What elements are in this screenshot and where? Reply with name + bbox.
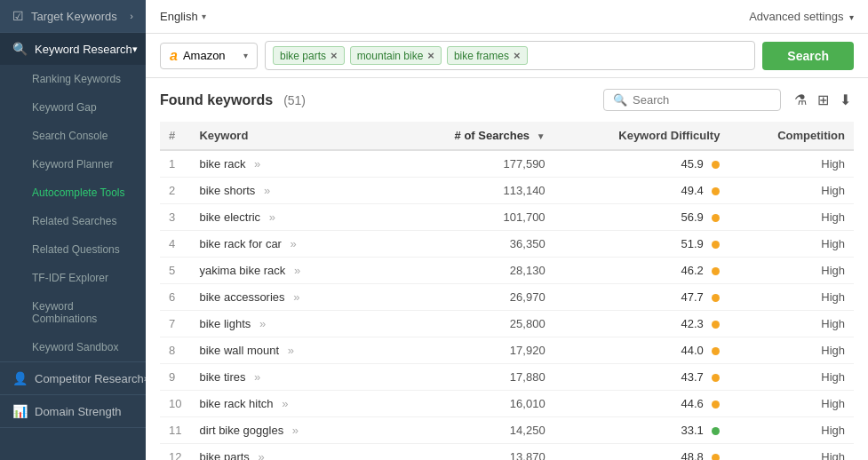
remove-keyword-bike-parts[interactable]: × bbox=[330, 49, 338, 62]
engine-selector[interactable]: a Amazon ▾ bbox=[160, 43, 258, 69]
cell-difficulty: 46.2 bbox=[554, 258, 729, 284]
cell-difficulty: 48.8 bbox=[554, 444, 729, 461]
search-bar-row: a Amazon ▾ bike parts × mountain bike × … bbox=[146, 34, 868, 78]
cell-competition: High bbox=[729, 364, 854, 391]
table-row: 1 bike rack » 177,590 45.9 High bbox=[160, 150, 854, 178]
filter-icon[interactable]: ⚗ bbox=[792, 89, 809, 111]
cell-competition: High bbox=[729, 311, 854, 337]
sidebar-item-competitor-research[interactable]: 👤 Competitor Research › bbox=[0, 362, 146, 394]
sidebar-item-related-searches[interactable]: Related Searches bbox=[0, 207, 146, 235]
language-label: English bbox=[160, 10, 198, 23]
cell-keyword: dirt bike goggles » bbox=[190, 417, 394, 444]
chevron-down-icon: ▾ bbox=[132, 44, 138, 55]
remove-keyword-bike-frames[interactable]: × bbox=[514, 49, 521, 62]
table-row: 8 bike wall mount » 17,920 44.0 High bbox=[160, 337, 854, 364]
cell-keyword: bike rack » bbox=[190, 150, 394, 178]
chevron-right-icon: » bbox=[264, 184, 270, 197]
sidebar-item-keyword-research[interactable]: 🔍 Keyword Research ▾ bbox=[0, 33, 146, 65]
sidebar-item-keyword-planner[interactable]: Keyword Planner bbox=[0, 150, 146, 178]
advanced-settings-button[interactable]: Advanced settings ▾ bbox=[749, 10, 854, 23]
cell-searches: 26,970 bbox=[395, 284, 554, 311]
cell-num: 6 bbox=[160, 284, 190, 311]
table-row: 9 bike tires » 17,880 43.7 High bbox=[160, 364, 854, 391]
target-keywords-icon: ☑ bbox=[12, 9, 24, 23]
difficulty-dot bbox=[712, 401, 720, 408]
cell-difficulty: 42.3 bbox=[554, 311, 729, 337]
difficulty-dot bbox=[712, 214, 720, 222]
chevron-right-icon: » bbox=[254, 157, 260, 171]
cell-num: 1 bbox=[160, 150, 190, 178]
cell-num: 3 bbox=[160, 204, 190, 231]
cell-competition: High bbox=[729, 417, 854, 444]
chevron-right-icon: » bbox=[254, 370, 260, 384]
sidebar-item-tfidf-explorer[interactable]: TF-IDF Explorer bbox=[0, 264, 146, 292]
found-keywords-row: Found keywords (51) 🔍 ⚗ ⊞ ⬇ bbox=[160, 89, 854, 111]
table-row: 2 bike shorts » 113,140 49.4 High bbox=[160, 178, 854, 204]
cell-difficulty: 51.9 bbox=[554, 231, 729, 258]
sidebar-item-autocomplete-tools[interactable]: Autocomplete Tools bbox=[0, 178, 146, 207]
sidebar-item-related-questions[interactable]: Related Questions bbox=[0, 235, 146, 264]
keywords-input[interactable]: bike parts × mountain bike × bike frames… bbox=[265, 41, 755, 70]
cell-searches: 101,700 bbox=[395, 204, 554, 231]
col-header-searches[interactable]: # of Searches ▼ bbox=[395, 122, 554, 150]
sidebar-item-target-keywords[interactable]: ☑ Target Keywords › bbox=[0, 0, 146, 32]
sidebar-item-domain-strength[interactable]: 📊 Domain Strength bbox=[0, 395, 146, 427]
cell-competition: High bbox=[729, 178, 854, 204]
cell-difficulty: 56.9 bbox=[554, 204, 729, 231]
search-button[interactable]: Search bbox=[762, 42, 854, 70]
sidebar-item-label: Competitor Research bbox=[35, 372, 144, 385]
sidebar-item-keyword-sandbox[interactable]: Keyword Sandbox bbox=[0, 333, 146, 361]
difficulty-dot bbox=[712, 347, 720, 355]
table-row: 12 bike parts » 13,870 48.8 High bbox=[160, 444, 854, 461]
sidebar-item-label: Keyword Research bbox=[35, 43, 132, 56]
chevron-right-icon: » bbox=[294, 264, 300, 277]
language-selector[interactable]: English ▾ bbox=[160, 10, 206, 23]
cell-keyword: bike accessories » bbox=[190, 284, 394, 311]
topbar: English ▾ Advanced settings ▾ bbox=[146, 0, 868, 34]
cell-keyword: bike tires » bbox=[190, 364, 394, 391]
keyword-search-input[interactable] bbox=[633, 93, 771, 107]
difficulty-dot bbox=[712, 427, 720, 435]
keywords-table: # Keyword # of Searches ▼ Keyword Diffic… bbox=[160, 122, 854, 460]
cell-searches: 25,800 bbox=[395, 311, 554, 337]
sidebar-item-label: Target Keywords bbox=[31, 10, 117, 23]
table-row: 5 yakima bike rack » 28,130 46.2 High bbox=[160, 258, 854, 284]
cell-difficulty: 45.9 bbox=[554, 150, 729, 178]
sidebar-item-ranking-keywords[interactable]: Ranking Keywords bbox=[0, 65, 146, 93]
cell-num: 7 bbox=[160, 311, 190, 337]
cell-competition: High bbox=[729, 444, 854, 461]
cell-searches: 17,880 bbox=[395, 364, 554, 391]
cell-difficulty: 33.1 bbox=[554, 417, 729, 444]
chevron-right-icon: » bbox=[293, 290, 299, 304]
sidebar-item-keyword-gap[interactable]: Keyword Gap bbox=[0, 93, 146, 122]
cell-keyword: bike wall mount » bbox=[190, 337, 394, 364]
cell-keyword: yakima bike rack » bbox=[190, 258, 394, 284]
keyword-search-box[interactable]: 🔍 bbox=[603, 89, 781, 111]
cell-num: 8 bbox=[160, 337, 190, 364]
keywords-table-wrap: # Keyword # of Searches ▼ Keyword Diffic… bbox=[160, 122, 854, 460]
col-header-competition: Competition bbox=[729, 122, 854, 150]
download-icon[interactable]: ⬇ bbox=[837, 89, 854, 111]
chevron-right-icon: » bbox=[291, 237, 297, 250]
advanced-settings-chevron-icon: ▾ bbox=[849, 12, 854, 22]
difficulty-dot bbox=[712, 161, 720, 169]
cell-keyword: bike parts » bbox=[190, 444, 394, 461]
toolbar-icons: ⚗ ⊞ ⬇ bbox=[792, 89, 854, 111]
cell-searches: 177,590 bbox=[395, 150, 554, 178]
cell-keyword: bike rack for car » bbox=[190, 231, 394, 258]
chevron-right-icon: » bbox=[292, 424, 299, 437]
sidebar-item-search-console[interactable]: Search Console bbox=[0, 122, 146, 150]
difficulty-dot bbox=[712, 241, 720, 249]
cell-difficulty: 44.0 bbox=[554, 337, 729, 364]
remove-keyword-mountain-bike[interactable]: × bbox=[427, 49, 434, 62]
sidebar: ☑ Target Keywords › 🔍 Keyword Research ▾… bbox=[0, 0, 146, 460]
cell-keyword: bike electric » bbox=[190, 204, 394, 231]
grid-icon[interactable]: ⊞ bbox=[815, 89, 832, 111]
sidebar-item-keyword-combinations[interactable]: Keyword Combinations bbox=[0, 292, 146, 333]
difficulty-dot bbox=[712, 187, 720, 195]
chevron-right-icon: » bbox=[288, 344, 294, 357]
cell-difficulty: 44.6 bbox=[554, 391, 729, 417]
cell-competition: High bbox=[729, 284, 854, 311]
table-row: 3 bike electric » 101,700 56.9 High bbox=[160, 204, 854, 231]
cell-searches: 16,010 bbox=[395, 391, 554, 417]
